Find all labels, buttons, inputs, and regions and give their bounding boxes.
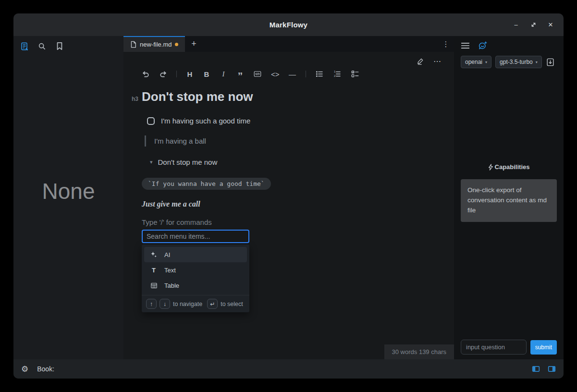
navigate-hint: to navigate (173, 301, 202, 307)
editor-area[interactable]: ⋯ H B I ” <> (123, 52, 454, 359)
bookmark-icon[interactable] (55, 41, 64, 51)
app-window: MarkFlowy – ✕ (13, 13, 564, 379)
unsaved-dot (175, 43, 178, 46)
menu-item-label: Text (164, 267, 176, 274)
task-text[interactable]: I'm having such a good time (161, 117, 250, 125)
heading-level-tag: h3 (132, 96, 138, 102)
arrow-up-key-icon: ↑ (146, 299, 157, 309)
chatbot-icon[interactable] (478, 41, 488, 50)
submit-button[interactable]: submit (530, 340, 557, 355)
restore-button[interactable] (527, 19, 540, 31)
close-button[interactable]: ✕ (544, 19, 557, 31)
slash-command-popup: AI T Text Table ↑ (142, 230, 249, 312)
formatting-toolbar: H B I ” <> — 12 (142, 67, 454, 81)
export-md-icon[interactable] (546, 58, 555, 67)
tabbar: new-file.md + ⋮ (123, 36, 454, 52)
task-checkbox[interactable] (147, 117, 155, 125)
question-input[interactable] (461, 340, 527, 355)
chevron-down-icon: ▾ (536, 60, 538, 64)
blockquote-text[interactable]: I'm having a ball (154, 137, 206, 145)
ellipsis-icon: ⋯ (433, 57, 442, 66)
model-label: gpt-3.5-turbo (500, 59, 533, 65)
close-icon: ✕ (548, 21, 553, 28)
provider-dropdown[interactable]: openai ▾ (461, 56, 491, 68)
new-tab-button[interactable]: + (185, 36, 202, 52)
toggle-left-panel-icon[interactable] (532, 366, 540, 372)
blockquote-button[interactable]: ” (236, 70, 244, 78)
minimize-button[interactable]: – (510, 19, 522, 31)
minimize-icon: – (514, 21, 517, 28)
capability-card[interactable]: One-click export of conversation content… (461, 179, 557, 222)
left-sidebar: None (13, 36, 123, 359)
more-options-button[interactable]: ⋯ (433, 57, 442, 66)
svg-text:2: 2 (333, 74, 335, 77)
model-dropdown[interactable]: gpt-3.5-turbo ▾ (495, 56, 542, 68)
sidebar-empty-state: None (13, 52, 123, 359)
menu-item-table[interactable]: Table (144, 278, 247, 293)
menu-item-label: AI (164, 251, 170, 258)
undo-button[interactable] (142, 70, 150, 78)
bold-button[interactable]: B (203, 70, 210, 78)
kebab-icon: ⋮ (442, 40, 450, 49)
search-icon[interactable] (37, 41, 47, 51)
plus-icon: + (191, 39, 196, 49)
editor-menu-button[interactable]: ⋮ (438, 36, 454, 52)
italic-text-block[interactable]: Just give me a call (142, 200, 454, 208)
menu-item-label: Table (164, 282, 179, 289)
gear-glyph: ⚙ (21, 365, 28, 374)
svg-text:1: 1 (333, 70, 335, 73)
menu-search-input[interactable] (142, 230, 249, 243)
panel-toggles (532, 366, 556, 372)
inline-code-button[interactable]: <> (271, 70, 280, 78)
editor-placeholder: Type '/' for commands (142, 218, 454, 226)
file-explorer-icon[interactable] (19, 41, 29, 51)
ai-panel-icon-row (461, 36, 557, 52)
sparkles-icon (150, 251, 158, 258)
slash-command-menu: AI T Text Table ↑ (142, 245, 249, 312)
table-icon (150, 282, 158, 289)
collapsible-text[interactable]: Don't stop me now (158, 158, 218, 166)
menu-item-ai[interactable]: AI (144, 247, 247, 262)
heading-button[interactable]: H (186, 70, 194, 78)
gear-icon[interactable]: ⚙ (21, 365, 28, 373)
collapsible-block[interactable]: ▾ Don't stop me now (150, 158, 454, 166)
chevron-down-icon[interactable]: ▾ (150, 159, 153, 165)
ai-panel: openai ▾ gpt-3.5-turbo ▾ Capabilities On… (454, 36, 564, 359)
task-list-button[interactable] (351, 70, 359, 78)
edit-mode-icon[interactable] (417, 57, 425, 65)
tab-label: new-file.md (140, 41, 172, 48)
capabilities-header: Capabilities (461, 163, 557, 171)
chevron-down-icon: ▾ (485, 60, 487, 64)
toggle-right-panel-icon[interactable] (548, 366, 556, 372)
provider-label: openai (465, 59, 482, 65)
heading-text[interactable]: Don't stop me now (142, 89, 253, 104)
sidebar-empty-text: None (42, 178, 95, 204)
lightning-icon (488, 164, 493, 171)
code-block-button[interactable] (253, 70, 262, 78)
ai-panel-spacer (461, 222, 557, 340)
tab-new-file[interactable]: new-file.md (123, 36, 185, 52)
word-count-badge: 30 words 139 chars (384, 344, 454, 359)
book-label: Book: (37, 365, 54, 373)
menu-item-text[interactable]: T Text (144, 262, 247, 278)
inline-code-block[interactable]: `If you wanna have a good time` (142, 178, 271, 190)
restore-icon (530, 22, 537, 28)
file-icon (130, 41, 136, 48)
horizontal-rule-button[interactable]: — (289, 70, 296, 78)
outline-icon[interactable] (461, 42, 470, 49)
window-controls: – ✕ (510, 13, 557, 36)
italic-button[interactable]: I (220, 70, 227, 78)
task-list-item[interactable]: I'm having such a good time (147, 117, 454, 125)
menu-footer: ↑ ↓ to navigate ↵ to select (142, 295, 249, 312)
select-hint: to select (221, 301, 243, 307)
enter-key-icon: ↵ (207, 299, 218, 309)
redo-button[interactable] (159, 70, 167, 78)
editor-topbar: ⋯ (142, 52, 454, 66)
blockquote-block[interactable]: I'm having a ball (145, 135, 454, 147)
titlebar: MarkFlowy – ✕ (13, 13, 564, 36)
model-selector-row: openai ▾ gpt-3.5-turbo ▾ (461, 56, 557, 68)
heading-block[interactable]: h3 Don't stop me now (132, 89, 454, 104)
bullet-list-button[interactable] (315, 70, 324, 78)
ordered-list-button[interactable]: 12 (333, 70, 342, 78)
arrow-down-key-icon: ↓ (160, 299, 170, 309)
